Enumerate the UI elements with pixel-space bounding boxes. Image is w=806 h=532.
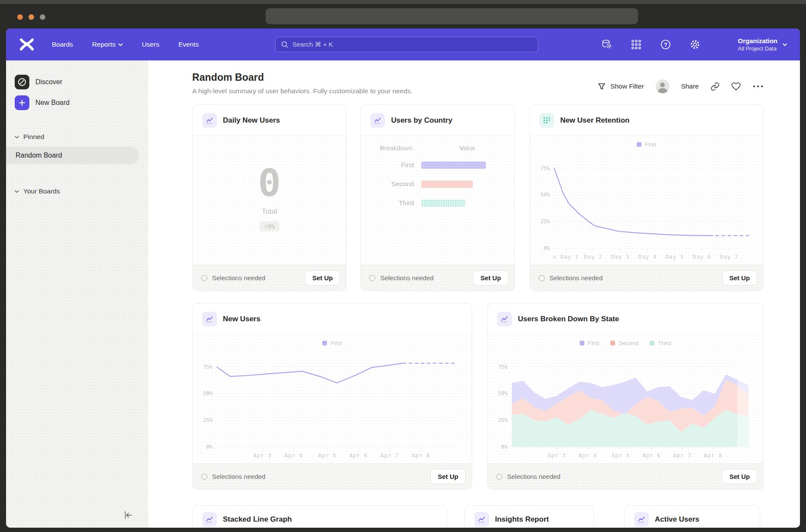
line-chart-icon <box>634 512 649 527</box>
status-label: Selections needed <box>507 473 560 480</box>
card-title: Insights Report <box>495 515 549 524</box>
avatar[interactable] <box>656 79 670 93</box>
metric-delta-badge: ↑0% <box>259 221 279 231</box>
window-minimize-button[interactable] <box>29 14 34 20</box>
value-dropdown[interactable]: Value <box>459 146 463 149</box>
search-input[interactable]: Search ⌘ + K <box>275 37 538 52</box>
metric-value: 0 <box>193 164 346 202</box>
svg-text:Day 4: Day 4 <box>638 253 657 260</box>
svg-text:Apr 5: Apr 5 <box>318 452 336 459</box>
legend-item-third: Third <box>650 340 671 346</box>
collapse-sidebar-icon[interactable] <box>122 510 133 521</box>
org-switcher[interactable]: Organization All Project Data <box>738 28 787 60</box>
set-up-button[interactable]: Set Up <box>473 270 508 285</box>
legend-swatch <box>637 142 641 147</box>
sidebar-item-new-board[interactable]: New Board <box>6 92 148 113</box>
new-users-chart-body: First 75%50%25%0%Apr 3Apr 4Apr 5Apr 6Apr… <box>193 335 472 463</box>
svg-text:Day 7: Day 7 <box>720 253 739 260</box>
section-label: Your Boards <box>23 187 60 195</box>
set-up-button[interactable]: Set Up <box>430 469 466 484</box>
svg-text:Apr 6: Apr 6 <box>642 452 661 459</box>
status-label: Selections needed <box>212 274 265 282</box>
search-placeholder: Search ⌘ + K <box>292 41 333 48</box>
link-icon[interactable] <box>711 82 720 91</box>
favorite-heart-icon[interactable] <box>731 82 741 91</box>
chevron-down-icon <box>15 190 19 193</box>
svg-text:Day 6: Day 6 <box>693 253 711 260</box>
card-title: Users Broken Down By State <box>518 315 619 323</box>
svg-text:Day 5: Day 5 <box>666 253 684 260</box>
plus-icon <box>15 95 29 110</box>
svg-text:25%: 25% <box>540 218 550 225</box>
legend-swatch <box>650 341 654 345</box>
svg-text:50%: 50% <box>540 192 550 198</box>
card-active-users: Active Users <box>624 505 760 528</box>
card-users-by-state: Users Broken Down By State First Second … <box>487 303 764 490</box>
show-filter-label: Show Filter <box>610 82 644 90</box>
mixpanel-logo[interactable] <box>19 38 35 51</box>
sidebar-item-discover[interactable]: Discover <box>6 72 148 92</box>
metric-label: Total <box>193 207 346 216</box>
new-users-line-chart: 75%50%25%0%Apr 3Apr 4Apr 5Apr 6Apr 7Apr … <box>196 352 466 460</box>
card-new-users: New Users First 75%50%25%0%Apr 3Apr 4Apr… <box>192 303 472 490</box>
bar-chart-body: Breakdown Value First <box>361 136 514 265</box>
svg-text:Apr 4: Apr 4 <box>578 452 597 459</box>
sidebar-section-pinned[interactable]: Pinned <box>6 130 148 144</box>
breakdown-dropdown[interactable]: Breakdown <box>380 146 384 149</box>
status-label: Selections needed <box>380 274 433 282</box>
status-selections-needed: Selections needed <box>496 473 560 480</box>
card-footer: Selections needed Set Up <box>361 265 514 291</box>
nav-item-label: Boards <box>52 41 73 48</box>
retention-line-chart: 75%50%25%0%< Day 1Day 2Day 3Day 4Day 5Da… <box>533 153 757 261</box>
svg-text:Apr 8: Apr 8 <box>704 452 722 459</box>
state-chart-body: First Second Third 75%50%25%0%Apr 3Apr 4… <box>488 335 763 463</box>
bar-category-label: First <box>361 161 421 169</box>
card-footer: Selections needed Set Up <box>530 265 763 291</box>
line-chart-icon <box>202 512 217 527</box>
card-title: Users by Country <box>391 116 452 125</box>
data-management-icon[interactable] <box>601 39 612 50</box>
svg-text:Apr 8: Apr 8 <box>412 452 430 459</box>
discover-compass-icon <box>15 75 29 89</box>
status-selections-needed: Selections needed <box>201 473 265 480</box>
legend-item-first: First <box>637 141 656 148</box>
app-grid-icon[interactable] <box>631 39 642 50</box>
sidebar-item-label: Discover <box>35 78 62 86</box>
set-up-button[interactable]: Set Up <box>305 270 340 285</box>
set-up-button[interactable]: Set Up <box>722 469 757 484</box>
set-up-button[interactable]: Set Up <box>722 270 758 285</box>
nav-item-label: Users <box>142 41 159 48</box>
sidebar-section-your-boards[interactable]: Your Boards <box>6 184 148 199</box>
nav-item-boards[interactable]: Boards <box>52 41 73 48</box>
nav-item-users[interactable]: Users <box>142 41 159 48</box>
app-window: Boards Reports Users Events Search ⌘ + K <box>6 28 800 528</box>
legend-swatch <box>322 341 327 345</box>
bar-first <box>421 162 486 169</box>
svg-text:Day 2: Day 2 <box>584 253 603 260</box>
board-item-label: Random Board <box>16 152 62 159</box>
bar-row: Third <box>361 194 514 212</box>
retention-chart-body: First 75%50%25%0%< Day 1Day 2Day 3Day 4D… <box>530 136 763 265</box>
show-filter-button[interactable]: Show Filter <box>597 82 644 91</box>
nav-item-events[interactable]: Events <box>178 41 199 48</box>
chevron-down-icon <box>15 136 19 139</box>
window-close-button[interactable] <box>17 14 23 20</box>
share-button[interactable]: Share <box>681 82 699 90</box>
svg-text:50%: 50% <box>203 390 213 396</box>
window-zoom-button[interactable] <box>40 14 45 20</box>
line-chart-icon <box>497 312 512 326</box>
legend-label: Second <box>619 340 638 346</box>
status-selections-needed: Selections needed <box>201 274 265 282</box>
svg-text:Apr 3: Apr 3 <box>548 452 566 459</box>
window-traffic-lights[interactable] <box>17 14 45 20</box>
svg-text:0%: 0% <box>501 444 508 450</box>
more-options-icon[interactable] <box>752 82 764 91</box>
settings-gear-icon[interactable] <box>689 39 701 50</box>
card-daily-new-users: Daily New Users 0 Total ↑0% Selections n… <box>192 104 346 291</box>
browser-url-bar[interactable] <box>266 8 638 24</box>
line-chart-icon <box>202 113 217 128</box>
sidebar-item-random-board[interactable]: Random Board <box>6 147 139 164</box>
nav-item-reports[interactable]: Reports <box>92 41 123 48</box>
help-icon[interactable]: ? <box>660 39 671 50</box>
svg-text:Apr 5: Apr 5 <box>612 452 630 459</box>
